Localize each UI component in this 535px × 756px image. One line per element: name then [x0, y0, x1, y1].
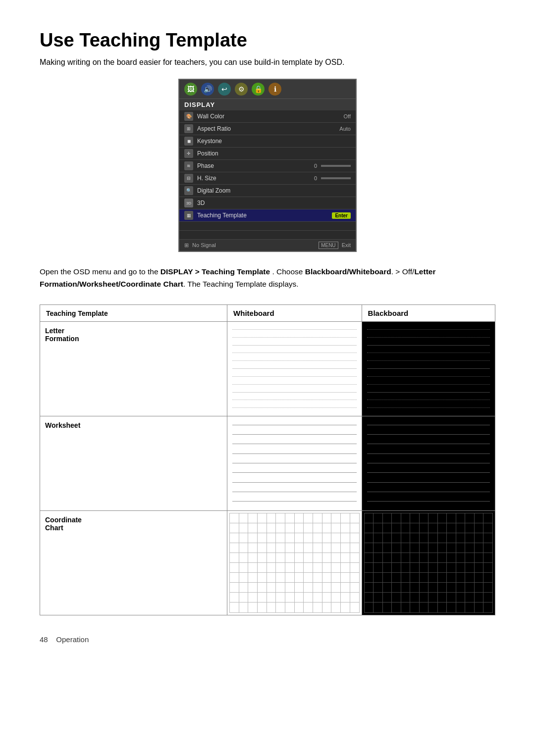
grid-cell: [483, 583, 493, 593]
grid-cell: [276, 553, 285, 562]
grid-cell: [364, 593, 374, 603]
grid-cell: [456, 573, 465, 583]
grid-cell: [248, 603, 258, 612]
grid-cell: [364, 543, 374, 553]
osd-footer-exit: MENU Exit: [319, 242, 351, 249]
grid-cell: [483, 603, 493, 612]
grid-cell: [437, 553, 447, 562]
grid-cell: [258, 543, 267, 553]
ws-black-line-1: [367, 425, 490, 425]
grid-cell: [364, 603, 374, 612]
grid-cell: [230, 523, 239, 533]
grid-cell: [276, 603, 285, 612]
grid-cell: [392, 513, 401, 523]
lf-black-line-5: [367, 376, 490, 377]
grid-cell: [364, 523, 374, 533]
cell-worksheet-white: [227, 416, 362, 510]
grid-cell: [322, 563, 331, 573]
grid-cell: [341, 523, 350, 533]
grid-cell: [474, 513, 483, 523]
grid-cell: [313, 593, 322, 603]
grid-cell: [465, 603, 475, 612]
grid-cell: [258, 593, 267, 603]
osd-value-wallcolor: Off: [344, 113, 351, 119]
ws-white-line-7: [232, 482, 356, 483]
grid-cell: [474, 593, 483, 603]
footer-label: Operation: [56, 635, 89, 644]
grid-cell: [350, 563, 359, 573]
ws-black-line-7: [367, 482, 490, 483]
grid-cell: [465, 533, 475, 543]
grid-cell: [483, 593, 493, 603]
grid-cell: [465, 593, 475, 603]
grid-cell: [331, 573, 341, 583]
grid-cell: [401, 553, 410, 562]
grid-cell: [392, 523, 401, 533]
grid-cell: [392, 583, 401, 593]
grid-cell: [474, 543, 483, 553]
grid-cell: [447, 583, 456, 593]
grid-cell: [392, 533, 401, 543]
3d-icon: 3D: [184, 199, 193, 207]
grid-cell: [437, 543, 447, 553]
page-title: Use Teaching Template: [40, 30, 495, 51]
grid-cell: [382, 513, 392, 523]
grid-cell: [483, 513, 493, 523]
grid-cell: [374, 573, 383, 583]
row-label-letter: Letter Formation: [40, 321, 227, 416]
osd-icon-3: ↩: [218, 83, 231, 96]
row-label-coordinate: Coordinate Chart: [40, 510, 227, 615]
aspect-icon: ⊞: [184, 124, 193, 133]
grid-cell: [276, 583, 285, 593]
grid-cell: [304, 553, 313, 562]
osd-screenshot: 🖼 🔊 ↩ ⚙ 🔒 ℹ DISPLAY 🎨 Wall Color Off ⊞ A…: [40, 79, 495, 252]
grid-cell: [294, 583, 304, 593]
grid-cell: [230, 603, 239, 612]
grid-cell: [428, 553, 438, 562]
grid-cell: [341, 543, 350, 553]
osd-row-aspectratio: ⊞ Aspect Ratio Auto: [179, 123, 356, 135]
osd-label-aspectratio: Aspect Ratio: [197, 125, 339, 132]
osd-icon-4: ⚙: [235, 83, 248, 96]
grid-cell: [230, 583, 239, 593]
grid-cell: [483, 563, 493, 573]
ws-white-line-4: [232, 454, 356, 454]
osd-label-hsize: H. Size: [197, 175, 314, 182]
description: Open the OSD menu and go to the DISPLAY …: [40, 266, 495, 291]
grid-cell: [410, 603, 420, 612]
grid-cell: [410, 543, 420, 553]
grid-cell: [239, 583, 248, 593]
osd-label-keystone: Keystone: [197, 138, 351, 145]
osd-row-digitalzoom: 🔍 Digital Zoom: [179, 185, 356, 197]
lf-black-solid-2: [367, 368, 490, 369]
grid-cell: [313, 603, 322, 612]
grid-cell: [392, 553, 401, 562]
grid-cell: [304, 523, 313, 533]
desc-part3: . > Off/: [391, 267, 415, 276]
lf-white-solid-2: [232, 368, 356, 369]
lf-black-line-6: [367, 384, 490, 385]
grid-cell: [230, 543, 239, 553]
lf-white-line-2: [232, 337, 356, 338]
grid-cell: [258, 603, 267, 612]
col-header-blackboard: Blackboard: [362, 304, 495, 321]
grid-cell: [285, 563, 295, 573]
grid-cell: [267, 543, 276, 553]
grid-cell: [419, 533, 428, 543]
grid-cell: [239, 543, 248, 553]
grid-cell: [322, 513, 331, 523]
grid-cell: [331, 553, 341, 562]
table-row-coordinate: Coordinate Chart: [40, 510, 495, 615]
grid-cell: [230, 593, 239, 603]
col-header-whiteboard: Whiteboard: [227, 304, 362, 321]
osd-icon-2: 🔊: [201, 83, 214, 96]
ws-white-line-3: [232, 444, 356, 444]
grid-cell: [401, 513, 410, 523]
osd-value-teaching: Enter: [332, 212, 351, 219]
grid-cell: [239, 523, 248, 533]
grid-cell: [248, 583, 258, 593]
grid-cell: [341, 553, 350, 562]
grid-cell: [341, 533, 350, 543]
grid-cell: [374, 513, 383, 523]
desc-part1: Open the OSD menu and go to the: [40, 267, 160, 276]
